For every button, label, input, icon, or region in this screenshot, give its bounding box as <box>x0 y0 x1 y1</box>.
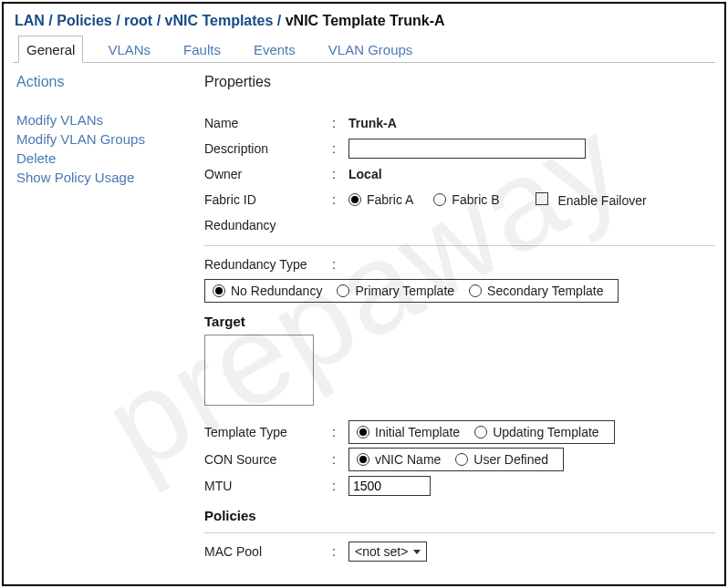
chevron-down-icon <box>413 550 421 554</box>
secondary-template-label: Secondary Template <box>487 284 603 298</box>
crumb-lan[interactable]: LAN <box>15 13 45 28</box>
con-source-label: CON Source <box>204 452 332 467</box>
user-defined-label: User Defined <box>473 452 548 467</box>
target-listbox[interactable] <box>204 335 314 406</box>
action-delete[interactable]: Delete <box>16 150 204 166</box>
crumb-root[interactable]: root <box>124 13 152 28</box>
divider <box>204 532 715 533</box>
secondary-template-radio[interactable] <box>469 284 482 297</box>
initial-template-label: Initial Template <box>375 425 460 439</box>
updating-template-radio[interactable] <box>474 426 487 438</box>
divider <box>204 245 715 246</box>
mac-pool-label: MAC Pool <box>204 544 332 559</box>
owner-value: Local <box>348 167 382 181</box>
actions-header: Actions <box>16 74 204 90</box>
tab-vlans[interactable]: VLANs <box>99 36 159 63</box>
actions-panel: Actions Modify VLANs Modify VLAN Groups … <box>13 74 204 566</box>
crumb-policies[interactable]: Policies <box>57 13 111 28</box>
enable-failover-label: Enable Failover <box>557 193 646 208</box>
fabric-a-radio[interactable] <box>348 193 361 206</box>
mtu-label: MTU <box>204 479 332 493</box>
properties-header: Properties <box>204 74 715 90</box>
no-redundancy-radio[interactable] <box>213 284 225 297</box>
name-value: Trunk-A <box>348 116 397 130</box>
tab-bar: General VLANs Faults Events VLAN Groups <box>13 35 715 63</box>
mtu-input[interactable] <box>348 476 431 496</box>
no-redundancy-label: No Redundancy <box>231 284 322 298</box>
name-label: Name <box>204 116 332 130</box>
updating-template-label: Updating Template <box>493 425 598 439</box>
fabric-id-label: Fabric ID <box>204 192 332 207</box>
breadcrumb: LAN / Policies / root / vNIC Templates /… <box>13 4 715 35</box>
redundancy-type-group: No Redundancy Primary Template Secondary… <box>204 279 619 303</box>
primary-template-radio[interactable] <box>337 284 349 297</box>
action-modify-vlan-groups[interactable]: Modify VLAN Groups <box>16 131 204 147</box>
tab-vlan-groups[interactable]: VLAN Groups <box>320 36 421 63</box>
target-header: Target <box>204 314 715 329</box>
mac-pool-value: <not set> <box>355 544 408 559</box>
crumb-sep: / <box>277 13 286 28</box>
redundancy-type-label: Redundancy Type <box>204 257 332 272</box>
primary-template-label: Primary Template <box>355 284 454 298</box>
action-modify-vlans[interactable]: Modify VLANs <box>16 112 204 128</box>
fabric-a-label: Fabric A <box>367 192 413 207</box>
enable-failover-checkbox[interactable] <box>536 192 548 205</box>
owner-label: Owner <box>204 167 332 181</box>
policies-header: Policies <box>204 508 715 523</box>
description-label: Description <box>204 141 332 156</box>
tab-general[interactable]: General <box>18 36 83 63</box>
properties-panel: Properties Name : Trunk-A Description : … <box>204 74 715 566</box>
user-defined-radio[interactable] <box>455 453 468 466</box>
template-type-label: Template Type <box>204 425 332 439</box>
crumb-sep: / <box>48 13 57 28</box>
initial-template-radio[interactable] <box>357 426 369 438</box>
mac-pool-dropdown[interactable]: <not set> <box>348 542 427 562</box>
crumb-vnic-templates[interactable]: vNIC Templates <box>165 13 274 28</box>
fabric-b-label: Fabric B <box>452 192 499 207</box>
vnic-name-radio[interactable] <box>357 453 369 466</box>
con-source-group: vNIC Name User Defined <box>348 448 564 471</box>
action-show-policy-usage[interactable]: Show Policy Usage <box>16 170 204 185</box>
redundancy-header: Redundancy <box>204 218 332 232</box>
crumb-sep: / <box>116 13 124 28</box>
fabric-b-radio[interactable] <box>433 193 446 206</box>
description-input[interactable] <box>348 139 586 159</box>
vnic-name-label: vNIC Name <box>375 452 441 467</box>
tab-faults[interactable]: Faults <box>175 36 229 63</box>
template-type-group: Initial Template Updating Template <box>348 420 615 444</box>
crumb-current: vNIC Template Trunk-A <box>286 13 445 28</box>
tab-events[interactable]: Events <box>245 36 304 63</box>
crumb-sep: / <box>157 13 165 28</box>
